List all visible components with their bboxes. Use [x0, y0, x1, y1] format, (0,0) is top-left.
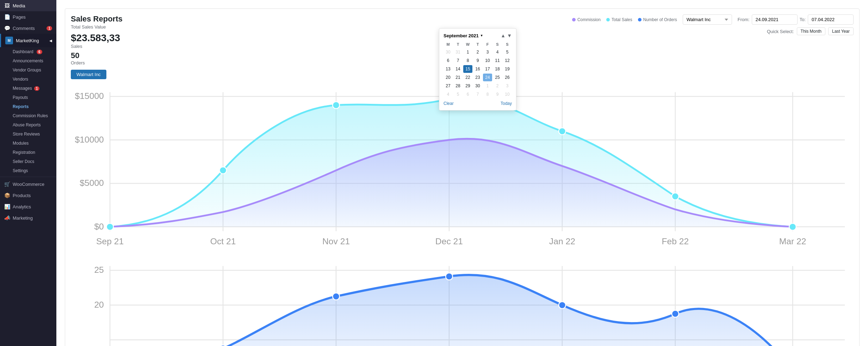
sidebar-item-messages[interactable]: Messages 1	[0, 84, 56, 93]
cal-day[interactable]: 28	[453, 82, 463, 90]
controls-area: Commission Total Sales Number of Orders …	[131, 14, 854, 35]
sidebar-item-abuse-reports[interactable]: Abuse Reports	[0, 120, 56, 130]
sidebar-item-vendors[interactable]: Vendors	[0, 75, 56, 84]
store-reviews-label: Store Reviews	[13, 132, 40, 137]
cal-day[interactable]: 18	[493, 65, 502, 73]
cal-day[interactable]: 5	[453, 90, 463, 98]
sidebar-item-vendor-groups[interactable]: Vendor Groups	[0, 65, 56, 75]
vendor-dropdown[interactable]: Walmart Inc	[683, 14, 732, 25]
cal-day[interactable]: 17	[483, 65, 492, 73]
charts-container: $15000 $10000 $5000 $0	[71, 83, 854, 346]
to-date-input[interactable]	[808, 14, 854, 25]
sidebar-item-registration[interactable]: Registration	[0, 148, 56, 157]
cal-day[interactable]: 14	[453, 65, 463, 73]
messages-badge: 1	[34, 86, 40, 91]
cal-day[interactable]: 6	[444, 57, 453, 64]
sidebar-item-marketing[interactable]: 📣 Marketing	[0, 212, 56, 224]
calendar-header: September 2021 ▼ ▲ ▼	[444, 33, 512, 38]
cal-day[interactable]: 4	[444, 90, 453, 98]
sidebar-item-seller-docs[interactable]: Seller Docs	[0, 157, 56, 166]
total-sales-dot	[606, 18, 610, 21]
sidebar-item-commission-rules[interactable]: Commission Rules	[0, 111, 56, 120]
marketking-label: MarketKing	[16, 38, 39, 43]
commission-rules-label: Commission Rules	[13, 113, 48, 118]
cal-day[interactable]: 13	[444, 65, 453, 73]
products-icon: 📦	[4, 193, 10, 198]
sidebar-item-analytics[interactable]: 📊 Analytics	[0, 201, 56, 212]
from-date-input[interactable]	[752, 14, 798, 25]
cal-day[interactable]: 9	[493, 90, 502, 98]
products-label: Products	[13, 193, 31, 198]
sidebar-item-woocommerce[interactable]: 🛒 WooCommerce	[0, 178, 56, 190]
cal-day[interactable]: 10	[503, 90, 512, 98]
cal-day[interactable]: 9	[473, 57, 482, 64]
calendar-next-button[interactable]: ▼	[507, 33, 512, 38]
cal-day[interactable]: 6	[463, 90, 472, 98]
cal-day[interactable]: 26	[503, 74, 512, 81]
svg-point-46	[446, 273, 453, 280]
dashboard-label: Dashboard	[13, 49, 33, 54]
cal-day[interactable]: 22	[463, 74, 472, 81]
vendor-button[interactable]: Walmart Inc	[71, 70, 106, 79]
cal-clear-button[interactable]: Clear	[444, 101, 454, 106]
cal-day[interactable]: 16	[473, 65, 482, 73]
svg-text:25: 25	[94, 265, 104, 275]
svg-text:$5000: $5000	[80, 178, 104, 188]
vendors-label: Vendors	[13, 77, 28, 82]
cal-day[interactable]: 29	[463, 82, 472, 90]
cal-day[interactable]: 1	[463, 48, 472, 56]
cal-day[interactable]: 8	[483, 90, 492, 98]
sidebar-item-dashboard[interactable]: Dashboard 6	[0, 47, 56, 56]
cal-day[interactable]: 7	[473, 90, 482, 98]
cal-day[interactable]: 5	[503, 48, 512, 56]
cal-day[interactable]: 1	[483, 82, 492, 90]
sidebar-item-reports[interactable]: Reports	[0, 102, 56, 111]
sidebar-item-comments[interactable]: 💬 Comments 1	[0, 23, 56, 34]
sidebar-item-marketking[interactable]: M MarketKing ◀	[0, 34, 56, 47]
cal-day[interactable]: 10	[483, 57, 492, 64]
cal-day[interactable]: 21	[453, 74, 463, 81]
cal-day[interactable]: 11	[493, 57, 502, 64]
svg-text:20: 20	[94, 300, 104, 309]
cal-day[interactable]: 8	[463, 57, 472, 64]
cal-day[interactable]: 4	[493, 48, 502, 56]
cal-day[interactable]: 7	[453, 57, 463, 64]
cal-header-w: W	[463, 41, 472, 48]
last-year-button[interactable]: Last Year	[828, 27, 854, 35]
sidebar-item-pages[interactable]: 📄 Pages	[0, 11, 56, 23]
cal-day[interactable]: 3	[503, 82, 512, 90]
cal-day[interactable]: 20	[444, 74, 453, 81]
payouts-label: Payouts	[13, 95, 28, 100]
analytics-icon: 📊	[4, 204, 10, 209]
cal-day[interactable]: 12	[503, 57, 512, 64]
sidebar-item-products[interactable]: 📦 Products	[0, 190, 56, 201]
cal-day[interactable]: 3	[483, 48, 492, 56]
cal-day[interactable]: 27	[444, 82, 453, 90]
sidebar-item-settings[interactable]: Settings	[0, 166, 56, 175]
orders-label: Orders	[71, 60, 123, 65]
sidebar-item-modules[interactable]: Modules	[0, 139, 56, 148]
orders-value: 50	[71, 51, 123, 60]
cal-day[interactable]: 31	[453, 48, 463, 56]
cal-day-today[interactable]: 15	[463, 65, 472, 73]
sidebar-item-payouts[interactable]: Payouts	[0, 93, 56, 102]
svg-point-19	[559, 128, 566, 135]
svg-point-20	[672, 193, 679, 200]
from-label: From:	[738, 17, 750, 22]
svg-text:Feb 22: Feb 22	[662, 237, 689, 246]
svg-point-21	[789, 223, 796, 230]
cal-day[interactable]: 19	[503, 65, 512, 73]
cal-today-button[interactable]: Today	[501, 101, 512, 106]
cal-day[interactable]: 25	[493, 74, 502, 81]
cal-day-selected[interactable]: 24	[483, 74, 492, 81]
cal-day[interactable]: 23	[473, 74, 482, 81]
this-month-button[interactable]: This Month	[797, 27, 825, 35]
sidebar-item-store-reviews[interactable]: Store Reviews	[0, 130, 56, 139]
cal-day[interactable]: 2	[473, 48, 482, 56]
cal-day[interactable]: 30	[444, 48, 453, 56]
calendar-prev-button[interactable]: ▲	[501, 33, 506, 38]
cal-day[interactable]: 30	[473, 82, 482, 90]
sidebar-item-announcements[interactable]: Announcements	[0, 56, 56, 65]
cal-day[interactable]: 2	[493, 82, 502, 90]
sidebar-item-media[interactable]: 🖼 Media	[0, 0, 56, 11]
